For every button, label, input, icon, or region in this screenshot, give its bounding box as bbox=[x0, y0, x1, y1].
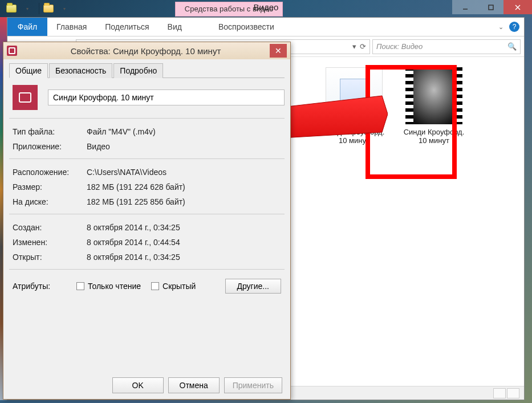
label-size: Размер: bbox=[13, 182, 87, 192]
apply-button[interactable]: Применить bbox=[224, 377, 282, 393]
refresh-icon[interactable]: ⟳ bbox=[360, 42, 366, 51]
annotation-highlight bbox=[366, 65, 457, 179]
value-created: 8 октября 2014 г., 0:34:25 bbox=[87, 223, 281, 232]
ribbon-expand-icon[interactable]: ⌄ bbox=[498, 23, 503, 31]
row-size: Размер: 182 МБ (191 224 628 байт) bbox=[9, 180, 285, 194]
value-accessed: 8 октября 2014 г., 0:34:25 bbox=[87, 253, 281, 262]
row-modified: Изменен: 8 октября 2014 г., 0:44:54 bbox=[9, 235, 285, 250]
button-other-attributes[interactable]: Другие... bbox=[225, 279, 282, 294]
label-location: Расположение: bbox=[13, 168, 87, 177]
row-created: Создан: 8 октября 2014 г., 0:34:25 bbox=[9, 220, 285, 235]
tab-general[interactable]: Общие bbox=[9, 63, 48, 78]
row-attributes: Атрибуты: Только чтение Скрытый Другие..… bbox=[9, 275, 285, 297]
properties-footer: OK Отмена Применить bbox=[3, 377, 290, 393]
row-application: Приложение: Видео bbox=[9, 139, 285, 154]
close-button[interactable] bbox=[503, 0, 532, 14]
window-controls bbox=[452, 0, 532, 14]
checkbox-icon bbox=[76, 282, 84, 290]
separator bbox=[9, 118, 285, 119]
help-icon[interactable]: ? bbox=[509, 22, 519, 32]
properties-tabs: Общие Безопасность Подробно bbox=[9, 63, 285, 78]
view-icons-button[interactable] bbox=[507, 388, 519, 398]
ribbon: Файл Главная Поделиться Вид Воспроизвест… bbox=[7, 18, 524, 36]
checkbox-hidden-label: Скрытый bbox=[163, 282, 196, 291]
search-input[interactable]: Поиск: Видео 🔍 bbox=[372, 39, 521, 54]
svg-rect-1 bbox=[489, 5, 493, 10]
folder-icon[interactable] bbox=[42, 2, 55, 15]
label-sizeondisk: На диске: bbox=[13, 197, 87, 206]
checkbox-icon bbox=[151, 282, 159, 290]
ribbon-tab-home[interactable]: Главная bbox=[47, 18, 96, 36]
value-application: Видео bbox=[87, 142, 281, 151]
filename-input[interactable] bbox=[48, 89, 285, 105]
separator bbox=[9, 158, 285, 159]
search-placeholder: Поиск: Видео bbox=[376, 42, 423, 51]
cancel-button[interactable]: Отмена bbox=[168, 377, 220, 393]
view-details-button[interactable] bbox=[493, 388, 506, 398]
label-application: Приложение: bbox=[13, 142, 87, 151]
ribbon-tab-play[interactable]: Воспроизвести bbox=[209, 18, 283, 36]
value-size: 182 МБ (191 224 628 байт) bbox=[87, 182, 281, 192]
value-location: C:\Users\NATA\Videos bbox=[87, 168, 281, 177]
properties-dialog: Свойства: Синди Кроуфорд. 10 минут ✕ Общ… bbox=[3, 42, 291, 400]
search-icon: 🔍 bbox=[507, 42, 517, 51]
tab-details[interactable]: Подробно bbox=[113, 63, 163, 78]
checkbox-hidden[interactable]: Скрытый bbox=[151, 282, 196, 291]
value-modified: 8 октября 2014 г., 0:44:54 bbox=[87, 238, 281, 247]
properties-close-button[interactable]: ✕ bbox=[270, 44, 287, 58]
qat-separator bbox=[39, 3, 39, 14]
label-created: Создан: bbox=[13, 223, 87, 232]
row-accessed: Открыт: 8 октября 2014 г., 0:34:25 bbox=[9, 250, 285, 264]
properties-titlebar[interactable]: Свойства: Синди Кроуфорд. 10 минут ✕ bbox=[3, 42, 290, 59]
label-attributes: Атрибуты: bbox=[13, 282, 66, 291]
row-location: Расположение: C:\Users\NATA\Videos bbox=[9, 165, 285, 180]
value-filetype: Файл "M4V" (.m4v) bbox=[87, 127, 281, 136]
ribbon-tab-share[interactable]: Поделиться bbox=[96, 18, 158, 36]
label-filetype: Тип файла: bbox=[13, 127, 87, 136]
ok-button[interactable]: OK bbox=[112, 377, 164, 393]
tab-security[interactable]: Безопасность bbox=[49, 63, 112, 78]
qat-dropdown[interactable]: ▾ bbox=[21, 2, 34, 15]
ribbon-tab-view[interactable]: Вид bbox=[159, 18, 191, 36]
video-file-icon bbox=[7, 46, 17, 56]
separator bbox=[9, 214, 285, 214]
address-dropdown-icon[interactable]: ▾ bbox=[352, 42, 356, 51]
ribbon-file-tab[interactable]: Файл bbox=[7, 18, 47, 36]
row-filetype: Тип файла: Файл "M4V" (.m4v) bbox=[9, 124, 285, 139]
label-modified: Изменен: bbox=[13, 238, 87, 247]
minimize-button[interactable] bbox=[452, 0, 478, 14]
label-accessed: Открыт: bbox=[13, 253, 87, 262]
file-type-icon bbox=[13, 85, 38, 110]
qat-dropdown-2[interactable]: ▾ bbox=[58, 2, 71, 15]
checkbox-readonly[interactable]: Только чтение bbox=[76, 282, 141, 291]
properties-title: Свойства: Синди Кроуфорд. 10 минут bbox=[22, 46, 270, 56]
checkbox-readonly-label: Только чтение bbox=[88, 282, 141, 291]
maximize-button[interactable] bbox=[478, 0, 503, 14]
separator bbox=[9, 269, 285, 270]
explorer-icon[interactable] bbox=[5, 2, 18, 15]
row-sizeondisk: На диске: 182 МБ (191 225 856 байт) bbox=[9, 194, 285, 209]
value-sizeondisk: 182 МБ (191 225 856 байт) bbox=[87, 197, 281, 206]
